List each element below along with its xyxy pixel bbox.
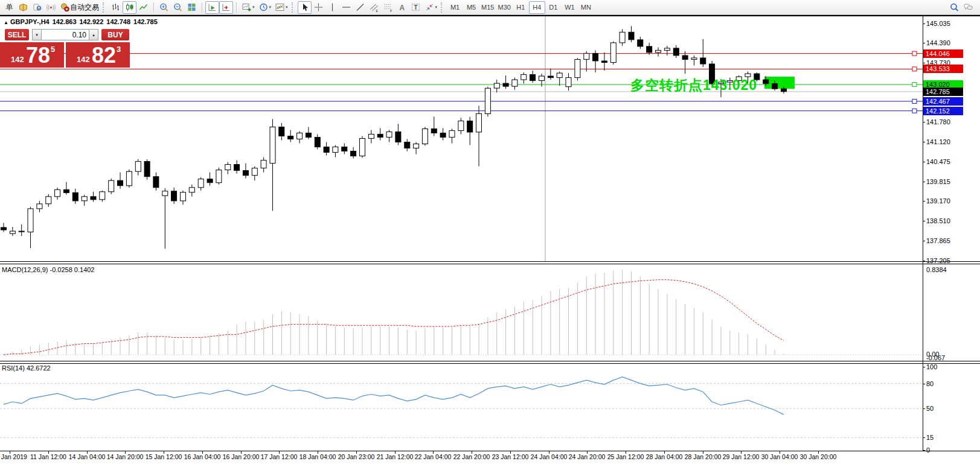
crosshair-button[interactable] [312, 1, 325, 14]
contacts-button[interactable] [30, 1, 44, 14]
timeframe-m5[interactable]: M5 [463, 1, 479, 14]
search-button[interactable] [947, 1, 961, 14]
rsi-tick-mark [923, 450, 925, 451]
price-tick-label: 138.510 [926, 217, 950, 224]
toolbar-group: M1M5M15M30H1H4D1W1MN [446, 0, 595, 15]
timeframe-mn[interactable]: MN [578, 1, 594, 14]
sell-button[interactable]: SELL [5, 29, 29, 40]
collapse-indicator-icon[interactable]: ▲ [4, 20, 8, 25]
pane-separator-rsi[interactable] [0, 361, 980, 364]
timeframe-h4[interactable]: H4 [529, 1, 545, 14]
volume-input[interactable] [42, 29, 89, 40]
buy-button[interactable]: BUY [101, 29, 129, 40]
rsi-tick-mark [923, 367, 925, 367]
time-tick-mark [741, 451, 741, 454]
fibonacci-button[interactable]: F [381, 1, 395, 14]
trendline-button[interactable] [353, 1, 367, 14]
price-tick-label: 144.390 [926, 39, 950, 46]
svg-text:T: T [414, 4, 417, 11]
new-order-button[interactable]: 单 [2, 1, 16, 14]
rsi-canvas[interactable] [0, 364, 923, 451]
zoom-out-button[interactable] [171, 1, 185, 14]
toolbar-group: EFAT▾ [296, 0, 441, 15]
chart-line-button[interactable] [136, 1, 150, 14]
macd-axis-min: -0.067 [926, 354, 945, 361]
text-button[interactable]: A [395, 1, 409, 14]
dropdown-arrow-icon[interactable]: ▾ [286, 5, 288, 10]
ohlc-low: 142.748 [106, 18, 130, 25]
price-level-badge: 143.533 [923, 65, 963, 73]
horizontal-line-button[interactable] [339, 1, 353, 14]
toolbar-grip [103, 2, 106, 13]
time-tick-mark [780, 451, 780, 454]
price-level-badge: 144.046 [923, 49, 963, 58]
arrows-button[interactable]: ▾ [423, 1, 440, 14]
macd-canvas[interactable] [0, 264, 923, 361]
timeframe-w1-label: W1 [565, 4, 575, 11]
signals-button[interactable] [44, 1, 58, 14]
cursor-button[interactable] [298, 1, 312, 14]
new-chart-button[interactable]: ▾ [240, 1, 257, 14]
symbol-label: GBPJPY-,H4 [10, 18, 50, 25]
time-tick-mark [549, 451, 549, 454]
macd-indicator-label: MACD(12,26,9) -0.0258 0.1402 [2, 266, 94, 273]
auto-scroll-button[interactable] [205, 1, 219, 14]
timeframe-m30[interactable]: M30 [496, 1, 512, 14]
vertical-line-button[interactable] [325, 1, 339, 14]
timeframe-m1-label: M1 [450, 4, 460, 11]
svg-text:A: A [399, 4, 405, 12]
rsi-axis-label: 15 [926, 434, 934, 441]
zoom-in-button[interactable] [157, 1, 171, 14]
tile-windows-icon [187, 2, 197, 12]
time-tick-mark [279, 451, 280, 454]
buy-price-panel[interactable]: 142 82 3 [66, 42, 130, 68]
periods-button[interactable]: ▾ [257, 1, 274, 14]
arrows-icon [424, 2, 435, 12]
time-tick-mark [87, 451, 88, 454]
timeframe-mn-label: MN [581, 4, 591, 11]
timeframe-d1[interactable]: D1 [545, 1, 562, 14]
volume-increase-button[interactable]: ▴ [89, 29, 98, 40]
toolbar-grip [292, 2, 295, 13]
price-tick-label: 137.205 [926, 257, 950, 264]
time-tick-mark [395, 451, 396, 454]
chat-button[interactable] [961, 1, 975, 14]
chart-bars-button[interactable] [109, 1, 123, 14]
fibonacci-icon: F [383, 2, 393, 12]
tile-windows-button[interactable] [185, 1, 199, 14]
time-tick-mark [48, 451, 49, 454]
time-tick-mark [703, 451, 703, 454]
timeframe-m1[interactable]: M1 [447, 1, 463, 14]
time-axis-label: 30 Jan 20:00 [791, 453, 845, 460]
chart-candles-button[interactable] [123, 1, 136, 14]
sell-price-panel[interactable]: 142 78 5 [0, 42, 64, 68]
toolbar-left: 单自动交易▾▾▾EFAT▾M1M5M15M30H1H4D1W1MN [1, 0, 595, 15]
time-tick-mark [818, 451, 819, 454]
rsi-indicator-label: RSI(14) 42.6722 [2, 364, 51, 372]
volume-decrease-button[interactable]: ▾ [32, 29, 42, 40]
time-tick-mark [472, 451, 472, 454]
main-chart-canvas[interactable] [0, 16, 923, 261]
timeframe-w1[interactable]: W1 [562, 1, 578, 14]
price-level-badge: 142.785 [923, 87, 963, 96]
pane-separator-macd[interactable] [0, 261, 980, 264]
dropdown-arrow-icon[interactable]: ▾ [252, 5, 255, 10]
ohlc-high: 142.922 [80, 18, 104, 25]
timeframe-h1[interactable]: H1 [513, 1, 529, 14]
timeframe-m15[interactable]: M15 [479, 1, 496, 14]
auto-trading-button[interactable]: 自动交易 [58, 1, 101, 14]
chart-shift-button[interactable] [219, 1, 233, 14]
templates-icon [275, 2, 285, 12]
text-label-button[interactable]: T [409, 1, 423, 14]
journal-button[interactable] [16, 1, 30, 14]
dropdown-arrow-icon[interactable]: ▾ [269, 5, 272, 10]
toolbar-group: 单自动交易 [1, 0, 102, 15]
time-tick-mark [10, 451, 10, 454]
dropdown-arrow-icon[interactable]: ▾ [435, 5, 438, 10]
channel-button[interactable]: E [367, 1, 381, 14]
buy-price-integer: 142 [77, 55, 90, 64]
ohlc-close: 142.785 [133, 18, 158, 25]
templates-button[interactable]: ▾ [273, 1, 290, 14]
auto-scroll-icon [207, 2, 217, 12]
toolbar-separator [153, 2, 154, 13]
